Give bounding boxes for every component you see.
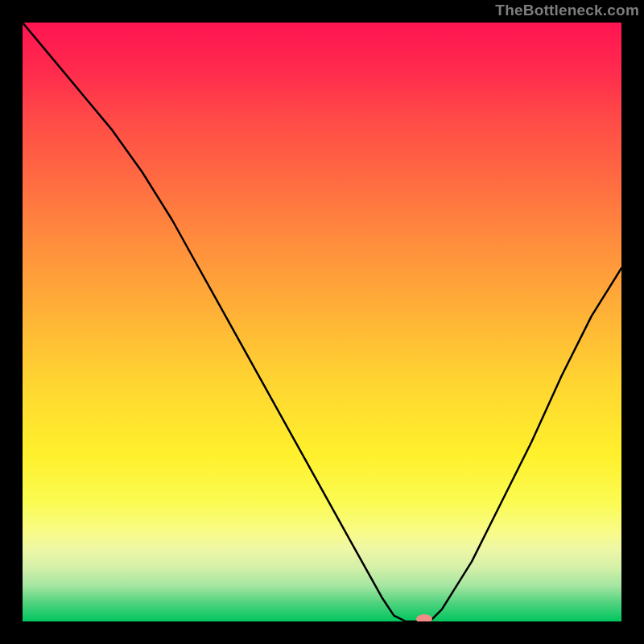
watermark-text: TheBottleneck.com: [495, 2, 639, 19]
optimal-point-marker: [416, 614, 432, 621]
chart-frame: TheBottleneck.com: [0, 0, 644, 644]
bottleneck-curve: [23, 23, 621, 621]
chart-svg: [23, 23, 621, 621]
